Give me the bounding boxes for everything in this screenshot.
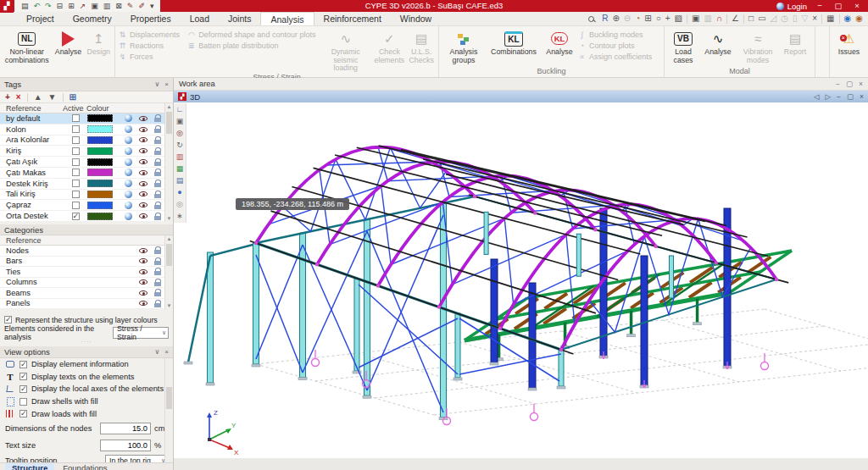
export-icon[interactable]: ↗ xyxy=(80,0,86,12)
visibility-eye-icon[interactable] xyxy=(139,279,147,285)
buckling-modes-button[interactable]: ∫Buckling modes xyxy=(577,30,659,39)
separator[interactable] xyxy=(821,14,822,24)
layer-colours-checkbox[interactable] xyxy=(4,316,12,323)
category-row[interactable]: Bars xyxy=(0,257,173,268)
buckling-analyse-button[interactable]: KL Analyse xyxy=(542,28,577,57)
tag-row[interactable]: Çapraz xyxy=(0,200,173,211)
bottom-tab[interactable]: Structure xyxy=(5,463,54,470)
maximize-icon[interactable]: ▢ xyxy=(829,0,848,12)
more-icon[interactable]: ▾ xyxy=(150,0,154,12)
close-icon[interactable]: × xyxy=(860,92,864,101)
lock-icon[interactable] xyxy=(154,289,161,296)
login-button[interactable]: Login xyxy=(776,0,807,12)
lock-icon[interactable] xyxy=(154,246,161,254)
add-tag-icon[interactable]: + xyxy=(5,91,10,102)
separator[interactable] xyxy=(27,93,28,102)
category-row[interactable]: Ties xyxy=(0,267,173,278)
render-3d-icon[interactable] xyxy=(125,180,132,187)
modal-analyse-button[interactable]: ∿ Analyse xyxy=(699,28,737,57)
category-row[interactable]: Panels xyxy=(0,299,173,310)
copy-tags-icon[interactable]: ⊞ xyxy=(70,91,76,102)
render-3d-icon[interactable] xyxy=(125,147,132,155)
load-cases-button[interactable]: VB Load cases xyxy=(667,28,699,64)
reactions-button[interactable]: ⇈Reactions xyxy=(118,41,186,50)
minimize-icon[interactable]: − xyxy=(837,92,841,101)
view-3d-titlebar[interactable]: ▞ 3D ◁▷−▢× xyxy=(174,91,868,102)
web-icon[interactable]: ◉ xyxy=(844,12,852,25)
select-view-icon[interactable]: ◎ xyxy=(176,129,183,138)
edit-icon[interactable]: ✎ xyxy=(127,0,134,12)
menu-item[interactable]: Joints xyxy=(219,12,260,25)
lock-icon[interactable] xyxy=(154,268,161,275)
filter-icon[interactable]: ▽ xyxy=(802,12,809,25)
visibility-eye-icon[interactable] xyxy=(139,269,147,274)
separator[interactable] xyxy=(726,14,727,24)
save-icon[interactable]: ▤ xyxy=(21,0,29,12)
active-checkbox[interactable] xyxy=(72,158,80,166)
render-3d-icon[interactable] xyxy=(125,191,132,198)
angle-icon[interactable]: ◿ xyxy=(771,12,777,25)
move-up-icon[interactable]: ▲ xyxy=(34,91,42,102)
menu-item[interactable]: Geometry xyxy=(64,12,121,25)
window-icon[interactable]: ▥ xyxy=(103,0,111,12)
menu-item[interactable]: Properties xyxy=(121,12,181,25)
visibility-eye-icon[interactable] xyxy=(139,248,147,253)
help-icon[interactable]: ◉ xyxy=(855,12,863,25)
render-3d-icon[interactable] xyxy=(125,169,132,176)
tools-icon[interactable]: ✐ xyxy=(138,0,145,12)
visibility-eye-icon[interactable] xyxy=(139,202,147,207)
menu-item[interactable]: Window xyxy=(391,12,441,25)
lock-icon[interactable] xyxy=(154,125,161,133)
render-3d-icon[interactable] xyxy=(125,213,132,220)
tag-row[interactable]: Kolon xyxy=(0,124,173,135)
colour-swatch[interactable] xyxy=(87,202,113,209)
visibility-eye-icon[interactable] xyxy=(139,170,147,175)
search-icon[interactable] xyxy=(588,16,594,22)
active-checkbox[interactable] xyxy=(72,114,80,122)
close-icon[interactable]: × xyxy=(859,80,863,88)
redraw-icon[interactable]: R xyxy=(602,12,608,25)
orbit-icon[interactable]: ◔ xyxy=(635,12,640,25)
colour-swatch[interactable] xyxy=(87,114,113,122)
visibility-eye-icon[interactable] xyxy=(139,159,147,164)
delete-tag-icon[interactable]: × xyxy=(16,91,21,102)
close-icon[interactable]: × xyxy=(848,0,866,12)
tag-row[interactable]: Çatı Makas xyxy=(0,168,173,179)
undo-icon[interactable]: ↶ xyxy=(34,0,41,12)
option-checkbox[interactable] xyxy=(19,361,27,368)
colour-swatch[interactable] xyxy=(87,136,113,144)
lock-icon[interactable] xyxy=(154,114,161,122)
app-logo-icon[interactable]: ▞ xyxy=(0,0,14,13)
structure-model-svg[interactable] xyxy=(174,102,868,458)
analyse-button[interactable]: Analyse xyxy=(51,28,85,57)
lock-icon[interactable] xyxy=(154,257,161,265)
uls-checks-button[interactable]: ▤ U.L.S. Checks xyxy=(407,28,436,64)
colour-swatch[interactable] xyxy=(87,125,113,133)
option-checkbox[interactable] xyxy=(19,410,27,417)
layout-icon[interactable]: ▦ xyxy=(826,12,834,25)
batten-plate-button[interactable]: ≣Batten plate distribution xyxy=(186,41,320,50)
measure-icon[interactable]: ∠ xyxy=(732,12,739,25)
separator[interactable] xyxy=(687,14,687,24)
check-elements-button[interactable]: ✓ Check elements xyxy=(372,28,408,64)
prev-view-icon[interactable]: ◁ xyxy=(814,92,820,101)
colour-swatch[interactable] xyxy=(87,213,113,220)
visibility-eye-icon[interactable] xyxy=(139,127,147,132)
lock-icon[interactable] xyxy=(154,136,161,144)
tag-row[interactable]: Tali Kiriş xyxy=(0,190,173,201)
render-3d-icon[interactable] xyxy=(125,158,132,166)
colour-swatch[interactable] xyxy=(87,191,113,198)
bottom-tab[interactable]: Foundations xyxy=(56,463,114,470)
lock-icon[interactable] xyxy=(154,202,161,209)
render-3d-icon[interactable] xyxy=(125,125,132,133)
tag-row[interactable]: Destek Kiriş xyxy=(0,179,173,190)
lock-icon[interactable] xyxy=(154,279,161,286)
combinations-button[interactable]: KL Combinations xyxy=(486,28,542,57)
categories-scrollbar[interactable]: ▲ ▼ xyxy=(164,235,173,309)
option-checkbox[interactable] xyxy=(19,385,27,393)
active-checkbox[interactable] xyxy=(72,191,80,198)
separator[interactable] xyxy=(743,14,744,24)
lock-icon[interactable] xyxy=(154,169,161,176)
visibility-eye-icon[interactable] xyxy=(139,301,147,306)
texture-icon[interactable]: ▧ xyxy=(675,12,682,25)
